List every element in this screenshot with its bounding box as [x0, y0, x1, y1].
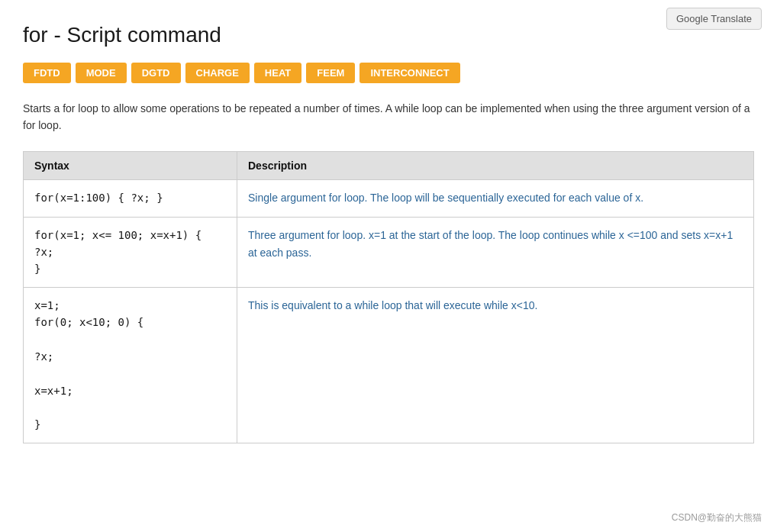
tag-mode[interactable]: MODE [76, 63, 127, 83]
tag-charge[interactable]: CHARGE [185, 63, 250, 83]
watermark: CSDN@勤奋的大熊猫 [672, 511, 762, 524]
description-cell-1: Three argument for loop. x=1 at the star… [237, 217, 754, 287]
page-title: for - Script command [23, 23, 754, 47]
col-header-description: Description [237, 151, 754, 179]
tag-heat[interactable]: HEAT [254, 63, 301, 83]
table-row: for(x=1; x<= 100; x=x+1) { ?x; }Three ar… [24, 217, 754, 287]
syntax-table: Syntax Description for(x=1:100) { ?x; }S… [23, 151, 754, 443]
tag-fdtd[interactable]: FDTD [23, 63, 71, 83]
table-row: for(x=1:100) { ?x; }Single argument for … [24, 179, 754, 217]
col-header-syntax: Syntax [24, 151, 237, 179]
syntax-cell-2: x=1; for(0; x<10; 0) { ?x; x=x+1; } [24, 287, 237, 443]
tags-container: FDTDMODEDGTDCHARGEHEATFEEMINTERCONNECT [23, 63, 754, 83]
description-cell-0: Single argument for loop. The loop will … [237, 179, 754, 217]
syntax-cell-1: for(x=1; x<= 100; x=x+1) { ?x; } [24, 217, 237, 287]
table-row: x=1; for(0; x<10; 0) { ?x; x=x+1; }This … [24, 287, 754, 443]
tag-dgtd[interactable]: DGTD [131, 63, 181, 83]
description-cell-2: This is equivalent to a while loop that … [237, 287, 754, 443]
description-text: Starts a for loop to allow some operatio… [23, 100, 754, 134]
tag-feem[interactable]: FEEM [306, 63, 355, 83]
translate-button[interactable]: Google Translate [666, 8, 762, 30]
tag-interconnect[interactable]: INTERCONNECT [359, 63, 459, 83]
syntax-cell-0: for(x=1:100) { ?x; } [24, 179, 237, 217]
